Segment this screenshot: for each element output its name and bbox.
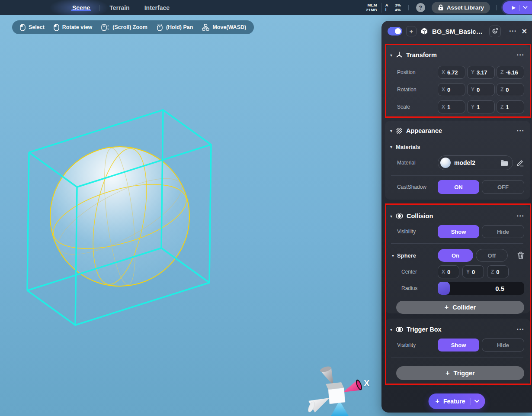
material-picker-field[interactable]: model2 xyxy=(438,155,513,170)
radius-slider-fill[interactable] xyxy=(438,282,450,295)
section-more-icon[interactable]: ⋯ xyxy=(516,214,524,218)
gizmo-cube-front[interactable] xyxy=(328,388,345,404)
tab-scene[interactable]: Scene xyxy=(65,4,97,11)
trash-icon[interactable] xyxy=(517,252,524,259)
add-object-button[interactable]: + xyxy=(406,26,417,36)
object-settings-button[interactable] xyxy=(489,26,501,37)
viewport-control-hints: Select Rotate view (Scroll) Zoom xyxy=(12,20,254,34)
button-divider xyxy=(519,5,519,11)
collapse-caret-icon[interactable]: ▾ xyxy=(390,53,392,58)
rotation-y-field[interactable]: Y 0 xyxy=(467,83,495,96)
collapse-caret-icon[interactable]: ▾ xyxy=(392,253,394,258)
edit-pencil-icon[interactable] xyxy=(516,159,524,167)
center-y-field[interactable]: Y 0 xyxy=(462,265,484,278)
scale-x-field[interactable]: X 1 xyxy=(438,100,465,113)
close-icon[interactable]: ✕ xyxy=(522,27,527,35)
topbar-divider xyxy=(496,5,497,10)
radius-value: 0.5 xyxy=(495,282,504,295)
top-menu-bar: Scene Terrain Interface MEM 21MB A 3% i … xyxy=(0,0,532,15)
section-more-icon[interactable]: ⋯ xyxy=(516,129,524,133)
hint-select: Select xyxy=(20,24,45,31)
plus-icon: + xyxy=(410,28,413,35)
trigger-box-section: ▾ Trigger Box ⋯ Visibility Show Hide + xyxy=(385,319,530,384)
center-z-field[interactable]: Z 0 xyxy=(487,265,509,278)
header-divider xyxy=(505,27,505,35)
collapse-caret-icon[interactable]: ▾ xyxy=(390,327,392,332)
collapse-caret-icon[interactable]: ▾ xyxy=(390,214,392,219)
chevron-down-icon[interactable] xyxy=(474,400,479,403)
scale-y-field[interactable]: Y 1 xyxy=(467,100,495,113)
plus-icon: + xyxy=(445,303,449,311)
castshadow-row: CastShadow ON OFF xyxy=(390,180,524,194)
tab-terrain[interactable]: Terrain xyxy=(102,4,137,11)
app-window: X Select Rotate view (Scroll) Zoom xyxy=(0,0,532,416)
hint-scroll-zoom: (Scroll) Zoom xyxy=(101,24,147,31)
play-icon: ▶ xyxy=(512,5,516,10)
more-options-icon[interactable]: ⋯ xyxy=(509,29,517,33)
collider-radius-row: Radius 0.5 xyxy=(390,282,524,295)
collision-hide-button[interactable]: Hide xyxy=(482,225,524,238)
plus-icon: + xyxy=(445,369,449,377)
add-collider-button[interactable]: + Collider xyxy=(396,301,524,314)
collapse-caret-icon[interactable]: ▾ xyxy=(390,129,392,133)
collapse-caret-icon[interactable]: ▾ xyxy=(390,145,392,149)
collision-overlap-icon xyxy=(396,213,403,219)
object-enabled-toggle[interactable] xyxy=(388,27,402,35)
lock-icon xyxy=(438,4,444,11)
section-more-icon[interactable]: ⋯ xyxy=(516,53,524,57)
collision-show-button[interactable]: Show xyxy=(438,225,479,238)
add-trigger-button[interactable]: + Trigger xyxy=(396,366,524,380)
folder-icon[interactable] xyxy=(500,160,508,166)
mouse-left-click-icon xyxy=(20,24,26,31)
help-button[interactable]: ? xyxy=(416,3,425,12)
tab-interface[interactable]: Interface xyxy=(137,4,177,11)
castshadow-on-button[interactable]: ON xyxy=(438,180,479,194)
tab-separator xyxy=(99,5,100,11)
position-x-field[interactable]: X 6.72 xyxy=(438,66,465,79)
appearance-section: ▾ Appearance ⋯ ▾ Materials Material mode… xyxy=(385,121,530,200)
rotation-z-field[interactable]: Z 0 xyxy=(497,83,524,96)
section-title: Transform xyxy=(406,52,437,58)
section-title: Collision xyxy=(407,213,433,219)
asset-library-button[interactable]: Asset Library xyxy=(432,2,490,13)
material-row: Material model2 xyxy=(390,155,524,170)
scale-z-field[interactable]: Z 1 xyxy=(497,100,524,113)
transform-section: ▾ Transform ⋯ Position X 6.72 Y 3.17 xyxy=(385,45,530,117)
section-more-icon[interactable]: ⋯ xyxy=(516,327,524,332)
rotation-row: Rotation X 0 Y 0 Z 0 xyxy=(390,83,524,96)
mouse-hold-icon xyxy=(157,24,163,31)
inspector-panel: + BG_SM_Basic… ⋯ ✕ ▾ xyxy=(381,21,532,413)
position-z-field[interactable]: Z -6.16 xyxy=(497,66,524,79)
appearance-hatch-icon xyxy=(396,127,403,134)
topbar-divider xyxy=(408,5,409,10)
sphere-collider-row: ▾ Sphere On Off xyxy=(390,249,524,262)
transform-axes-icon xyxy=(396,52,403,58)
chevron-down-icon[interactable] xyxy=(523,6,528,9)
trigger-show-button[interactable]: Show xyxy=(438,339,479,352)
center-x-field[interactable]: X 0 xyxy=(438,265,459,278)
sphere-collider-off-button[interactable]: Off xyxy=(476,249,508,262)
section-divider xyxy=(391,243,523,244)
mode-tabs: Scene Terrain Interface xyxy=(65,0,177,15)
scale-row: Scale X 1 Y 1 Z 1 xyxy=(390,100,524,113)
settings-gear-icon xyxy=(491,28,498,35)
hint-rotate-view: Rotate view xyxy=(54,24,92,31)
play-button[interactable]: ▶ xyxy=(503,1,532,14)
sphere-collider-on-button[interactable]: On xyxy=(438,249,473,262)
memory-stat: MEM 21MB xyxy=(357,3,377,12)
rotation-x-field[interactable]: X 0 xyxy=(438,83,465,96)
hint-hold-pan: (Hold) Pan xyxy=(157,24,193,31)
collider-center-row: Center X 0 Y 0 Z 0 xyxy=(390,265,524,278)
position-y-field[interactable]: Y 3.17 xyxy=(467,66,495,79)
radius-slider[interactable]: 0.5 xyxy=(438,282,524,295)
trigger-hide-button[interactable]: Hide xyxy=(482,339,524,352)
mesh-object-icon xyxy=(420,27,428,35)
castshadow-off-button[interactable]: OFF xyxy=(482,180,524,194)
mouse-left-drag-icon xyxy=(54,24,59,31)
position-row: Position X 6.72 Y 3.17 Z -6.16 xyxy=(390,66,524,79)
stat-divider xyxy=(381,3,381,13)
trigger-visibility-row: Visibility Show Hide xyxy=(390,339,524,352)
question-mark-icon: ? xyxy=(419,4,422,11)
add-feature-button[interactable]: + Feature xyxy=(429,393,485,409)
hint-move-wasd: Move(WASD) xyxy=(202,24,246,31)
